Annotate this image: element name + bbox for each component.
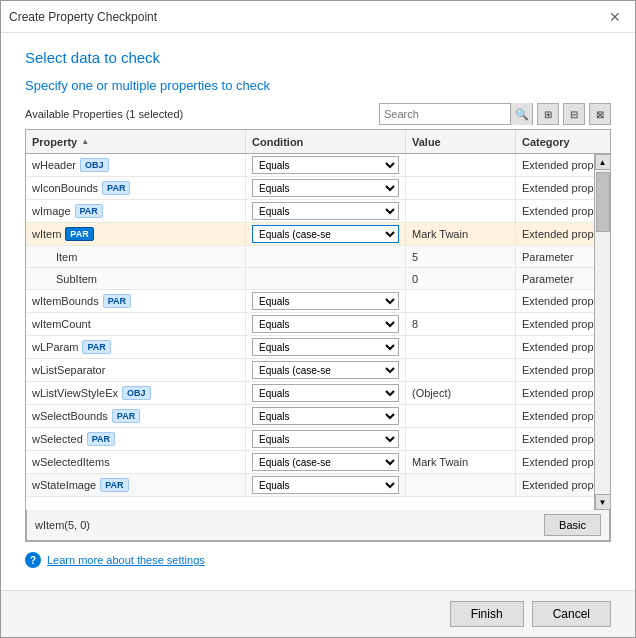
td-sub-condition [246,246,406,267]
condition-select[interactable]: Equals [252,430,399,448]
th-category: Category [516,130,611,153]
condition-select[interactable]: Equals (case-se [252,361,399,379]
td-property: wSelectedItems [26,451,246,473]
close-button[interactable]: ✕ [603,5,627,29]
td-value: Mark Twain [406,451,516,473]
table-row: wIconBounds PAR Equals Extended property [26,177,594,200]
td-value [406,359,516,381]
td-condition: Equals (case-se [246,451,406,473]
td-value [406,405,516,427]
toolbar-right: 🔍 ⊞ ⊟ ⊠ [379,103,611,125]
td-condition: Equals [246,405,406,427]
td-property: wSelected PAR [26,428,246,450]
td-property: wListSeparator [26,359,246,381]
scroll-up-arrow[interactable]: ▲ [595,154,611,170]
basic-button[interactable]: Basic [544,514,601,536]
footer: Finish Cancel [1,590,635,637]
td-sub-category: Parameter [516,246,594,267]
td-property: wIconBounds PAR [26,177,246,199]
scroll-thumb[interactable] [596,172,610,232]
table-body: wHeader OBJ Equals Extended property [26,154,594,510]
help-row: ? Learn more about these settings [25,542,611,574]
condition-select[interactable]: Equals (case-se [252,225,399,243]
table-sub-row-item: Item 5 Parameter [26,246,594,268]
table-row: wListSeparator Equals (case-se Extended … [26,359,594,382]
expand-icon-button[interactable]: ⊞ [537,103,559,125]
table-row: wSelectBounds PAR Equals Extended proper… [26,405,594,428]
window: Create Property Checkpoint ✕ Select data… [0,0,636,638]
td-value: (Object) [406,382,516,404]
td-category: Extended property [516,223,594,245]
filter-icon-button[interactable]: ⊠ [589,103,611,125]
content-area: Select data to check Specify one or mult… [1,33,635,590]
badge-par: PAR [65,227,93,241]
table-row: wStateImage PAR Equals Extended property [26,474,594,497]
td-category: Extended property [516,474,594,496]
condition-select[interactable]: Equals [252,315,399,333]
td-category: Extended property [516,336,594,358]
td-value [406,177,516,199]
td-condition: Equals [246,474,406,496]
status-bar: wItem(5, 0) Basic [26,510,610,541]
td-category: Extended property [516,382,594,404]
td-category: Extended property [516,154,594,176]
td-property: wItemCount [26,313,246,335]
section-title: Select data to check [25,49,611,66]
help-icon: ? [25,552,41,568]
td-category: Extended property [516,359,594,381]
th-value: Value [406,130,516,153]
table-container: Property ▲ Condition Value Category Sele… [25,129,611,542]
badge-par: PAR [100,478,128,492]
table-row: wHeader OBJ Equals Extended property [26,154,594,177]
status-text: wItem(5, 0) [35,519,90,531]
toolbar-row: Available Properties (1 selected) 🔍 ⊞ ⊟ … [25,103,611,125]
td-value [406,336,516,358]
cancel-button[interactable]: Cancel [532,601,611,627]
td-sub-condition [246,268,406,289]
search-icon-button[interactable]: 🔍 [510,103,532,125]
td-condition: Equals [246,382,406,404]
available-label: Available Properties (1 selected) [25,108,183,120]
td-condition: Equals (case-se [246,223,406,245]
condition-select[interactable]: Equals [252,407,399,425]
td-value [406,200,516,222]
scrollbar[interactable]: ▲ ▼ [594,154,610,510]
condition-select[interactable]: Equals [252,384,399,402]
td-condition: Equals [246,154,406,176]
badge-obj: OBJ [80,158,109,172]
badge-par: PAR [103,294,131,308]
search-box: 🔍 [379,103,533,125]
td-value [406,154,516,176]
td-sub-value: 0 [406,268,516,289]
badge-par: PAR [75,204,103,218]
badge-obj: OBJ [122,386,151,400]
collapse-icon-button[interactable]: ⊟ [563,103,585,125]
table-row: wSelected PAR Equals Extended property [26,428,594,451]
td-category: Extended property [516,200,594,222]
td-condition: Equals [246,200,406,222]
condition-select[interactable]: Equals [252,156,399,174]
td-sub-category: Parameter [516,268,594,289]
title-bar: Create Property Checkpoint ✕ [1,1,635,33]
td-property: wStateImage PAR [26,474,246,496]
condition-select[interactable]: Equals [252,179,399,197]
td-sub-label: SubItem [26,268,246,289]
condition-select[interactable]: Equals [252,476,399,494]
badge-par: PAR [82,340,110,354]
scroll-down-arrow[interactable]: ▼ [595,494,611,510]
condition-select[interactable]: Equals (case-se [252,453,399,471]
td-category: Extended property [516,405,594,427]
condition-select[interactable]: Equals [252,338,399,356]
td-condition: Equals (case-se [246,359,406,381]
help-link[interactable]: Learn more about these settings [47,554,205,566]
td-condition: Equals [246,290,406,312]
table-row: wListViewStyleEx OBJ Equals (Object) Ext… [26,382,594,405]
finish-button[interactable]: Finish [450,601,524,627]
condition-select[interactable]: Equals [252,292,399,310]
td-property: wImage PAR [26,200,246,222]
condition-select[interactable]: Equals [252,202,399,220]
sort-arrow-property: ▲ [81,137,89,146]
search-input[interactable] [380,108,510,120]
badge-par: PAR [112,409,140,423]
td-condition: Equals [246,313,406,335]
